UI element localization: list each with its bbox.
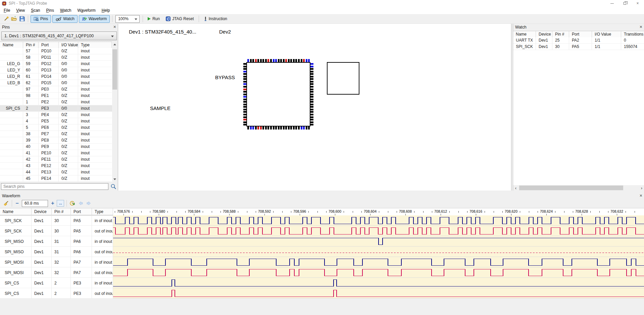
chip-pin[interactable] (310, 124, 313, 125)
realtime-clock-icon[interactable] (69, 200, 76, 207)
menu-pins[interactable]: Pins (43, 7, 57, 14)
pins-table-row[interactable]: 43PE120/Zinout (0, 163, 112, 169)
zoom-select[interactable]: 100% (115, 15, 140, 23)
waveform-col-header[interactable]: Type (92, 208, 113, 215)
close-button[interactable]: × (631, 0, 644, 7)
chip-pin[interactable] (310, 89, 313, 90)
chip-pin[interactable] (303, 59, 305, 62)
chip-pin[interactable] (308, 59, 310, 62)
chip-pin[interactable] (283, 126, 285, 129)
instruction-button[interactable]: Instruction (201, 15, 230, 23)
pins-table-row[interactable]: 4PE50/Zinout (0, 118, 112, 124)
chip-pin[interactable] (310, 106, 313, 108)
chip-pin[interactable] (290, 59, 292, 62)
watch-col-header[interactable]: Pin # (552, 31, 569, 38)
watch-table-row[interactable]: UART TXDev125PA21/10 (513, 37, 644, 44)
chip-pin[interactable] (243, 114, 246, 115)
pins-table-row[interactable]: 5PE60/Zinout (0, 124, 112, 131)
pins-table-row[interactable]: 40PE90/Zinout (0, 144, 112, 150)
chip-pin[interactable] (243, 99, 246, 100)
dev1-chip[interactable] (246, 62, 310, 126)
pins-table-row[interactable]: LED_Y60PD130/0inout (0, 67, 112, 73)
chip-pin[interactable] (243, 71, 246, 72)
chip-pin[interactable] (310, 109, 313, 110)
chip-pin[interactable] (306, 126, 307, 129)
chip-pin[interactable] (243, 124, 246, 125)
chip-pin[interactable] (273, 59, 275, 62)
chip-pin[interactable] (310, 114, 313, 115)
chip-pin[interactable] (295, 59, 297, 62)
chip-pin[interactable] (278, 59, 280, 62)
chip-pin[interactable] (280, 59, 282, 62)
search-icon[interactable] (110, 183, 117, 190)
chip-pin[interactable] (252, 126, 254, 129)
waveform-trace[interactable] (113, 247, 644, 257)
chip-pin[interactable] (250, 59, 252, 62)
chip-pin[interactable] (310, 119, 313, 120)
chip-pin[interactable] (243, 86, 246, 88)
pins-close-icon[interactable]: × (113, 24, 116, 30)
waveform-trace[interactable] (113, 267, 644, 278)
chip-pin[interactable] (288, 126, 290, 129)
menu-help[interactable]: Help (99, 7, 113, 14)
next-arrow-icon[interactable] (85, 200, 92, 207)
pins-table-row[interactable]: 45PE140/Zinout (0, 175, 112, 182)
chip-pin[interactable] (243, 119, 246, 120)
chip-pin[interactable] (301, 126, 302, 129)
scroll-up-icon[interactable] (112, 42, 117, 47)
pins-col-header[interactable]: Type (78, 42, 112, 48)
watch-horizontal-scrollbar[interactable]: ‹ › (513, 185, 644, 191)
chip-pin[interactable] (310, 121, 313, 123)
waveform-close-icon[interactable]: × (640, 193, 642, 198)
restore-button[interactable] (618, 0, 631, 7)
chip-pin[interactable] (262, 126, 264, 129)
waveform-signal-row[interactable]: SPI_MOSIDev132PA7out of inout (0, 267, 644, 278)
chip-pin[interactable] (243, 94, 246, 95)
watch-close-icon[interactable]: × (640, 24, 642, 30)
menu-scan[interactable]: Scan (28, 7, 43, 14)
scrollbar-thumb[interactable] (519, 186, 623, 190)
pins-table-row[interactable]: 44PE130/Zinout (0, 169, 112, 175)
chip-pin[interactable] (293, 126, 295, 129)
pins-table-row[interactable]: 39PE80/Zinout (0, 137, 112, 144)
pins-table-row[interactable]: SPI_CS2PE30/0inout (0, 105, 112, 112)
chip-pin[interactable] (250, 126, 252, 129)
chip-pin[interactable] (310, 63, 313, 65)
chip-pin[interactable] (243, 104, 246, 105)
minimize-button[interactable] (606, 0, 618, 7)
scroll-right-icon[interactable]: › (639, 185, 644, 191)
chip-pin[interactable] (243, 121, 246, 123)
pins-table-row[interactable]: 38PE70/Zinout (0, 131, 112, 137)
pins-col-header[interactable]: I/O Value (59, 42, 78, 48)
chip-pin[interactable] (243, 109, 246, 110)
chip-pin[interactable] (283, 59, 285, 62)
chip-pin[interactable] (310, 66, 313, 67)
chip-pin[interactable] (288, 59, 290, 62)
chip-pin[interactable] (310, 96, 313, 98)
zoom-in-button[interactable]: + (49, 200, 56, 207)
chip-pin[interactable] (310, 73, 313, 75)
watch-table-row[interactable]: SPI_SCKDev130PA51/1155074 (513, 44, 644, 50)
chip-pin[interactable] (306, 59, 307, 62)
pins-toggle-button[interactable]: Pins (31, 15, 51, 23)
waveform-toggle-button[interactable]: Waveform (79, 15, 110, 23)
chip-pin[interactable] (243, 106, 246, 108)
chip-pin[interactable] (270, 126, 272, 129)
watch-col-header[interactable]: Transitions (621, 31, 644, 38)
device-selector[interactable]: 1. Dev1 : STM32F405_415_407_417_LQFP100 (1, 32, 117, 40)
chip-pin[interactable] (298, 126, 300, 129)
chip-pin[interactable] (243, 91, 246, 93)
chip-pin[interactable] (310, 86, 313, 88)
pins-vertical-scrollbar[interactable] (112, 42, 117, 182)
chip-pin[interactable] (243, 96, 246, 98)
chip-pin[interactable] (247, 126, 249, 129)
watch-col-header[interactable]: Device (536, 31, 552, 38)
chip-pin[interactable] (257, 126, 259, 129)
waveform-signal-row[interactable]: SPI_CSDev12PE3out of inout (0, 288, 644, 299)
search-input[interactable] (1, 183, 108, 190)
chip-pin[interactable] (243, 89, 246, 90)
pins-table-row[interactable]: 58PD110/Zinout (0, 54, 112, 61)
pins-table-row[interactable]: 57PD100/Zinout (0, 48, 112, 54)
pins-table-row[interactable]: 98PE10/Zinout (0, 93, 112, 99)
chip-pin[interactable] (303, 126, 305, 129)
